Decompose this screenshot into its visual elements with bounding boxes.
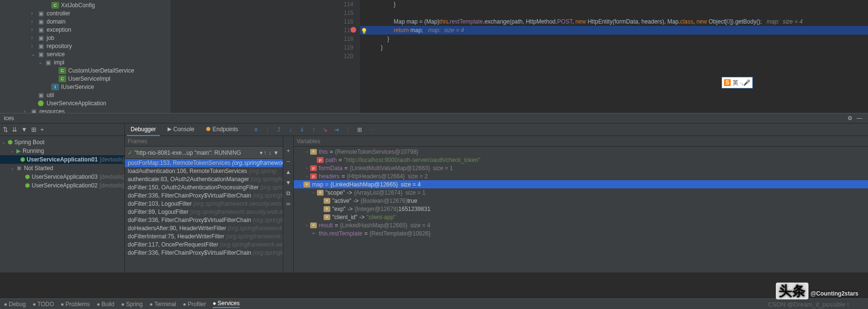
variable-row[interactable]: ≡"exp" -> {Integer@12678} 1651239831 bbox=[294, 205, 868, 213]
code-area[interactable]: } Map map = (Map)this.restTemplate.excha… bbox=[360, 0, 868, 113]
tab-debugger[interactable]: Debugger bbox=[127, 124, 160, 136]
add-watch-icon[interactable]: + bbox=[287, 148, 290, 154]
tab-console[interactable]: ▶Console bbox=[164, 124, 198, 136]
service-item-userserviceapplication01[interactable]: ⬢UserServiceApplication01[devtools] bbox=[0, 155, 124, 164]
step-into-icon[interactable]: ↓ bbox=[286, 126, 295, 133]
ime-indicator[interactable]: S英 ·, 🎤 bbox=[722, 77, 753, 88]
toolwindow-profiler[interactable]: ● Profiler bbox=[183, 301, 206, 308]
expand-arrow-icon[interactable]: › bbox=[303, 174, 310, 179]
toolwindow-build[interactable]: ● Build bbox=[96, 301, 114, 308]
line-number[interactable]: 116 bbox=[170, 17, 353, 26]
line-number[interactable]: 119 bbox=[170, 43, 353, 52]
expand-arrow-icon[interactable]: ⌄ bbox=[38, 60, 44, 65]
expand-arrow-icon[interactable]: ⌄ bbox=[11, 166, 16, 171]
dropdown-icon[interactable]: ▾ bbox=[260, 149, 263, 156]
line-number[interactable]: 120 bbox=[170, 52, 353, 61]
up-icon[interactable]: ▲ bbox=[286, 169, 291, 175]
stack-frame[interactable]: doFilter:89, LogoutFilter (org.springfra… bbox=[125, 208, 283, 216]
remove-watch-icon[interactable]: − bbox=[287, 158, 290, 165]
expand-arrow-icon[interactable]: ⌄ bbox=[2, 140, 8, 145]
variable-row[interactable]: ∞this.restTemplate = {RestTemplate@10826… bbox=[294, 229, 868, 237]
down-icon[interactable]: ▼ bbox=[286, 179, 291, 186]
tree-item-domain[interactable]: ›▣domain bbox=[0, 17, 170, 25]
stack-frame[interactable]: doFilter:336, FilterChainProxy$VirtualFi… bbox=[125, 216, 283, 224]
expand-arrow-icon[interactable]: › bbox=[303, 166, 310, 171]
tree-item-iuserservice[interactable]: IIUserService bbox=[0, 83, 170, 91]
stack-frame[interactable]: doFilter:103, LogoutFilter (org.springfr… bbox=[125, 200, 283, 208]
stack-frame[interactable]: loadAuthentication:106, RemoteTokenServi… bbox=[125, 167, 283, 175]
line-number[interactable]: 114 bbox=[170, 0, 353, 9]
variable-row[interactable]: ppath = "http://localhost:9000/auth-serv… bbox=[294, 156, 868, 164]
variables-panel[interactable]: Variables ›≡this = {RemoteTokenServices@… bbox=[294, 136, 868, 272]
tree-item-controller[interactable]: ›▣controller bbox=[0, 9, 170, 17]
variable-row[interactable]: ›pheaders = {HttpHeaders@12664}size = 2 bbox=[294, 172, 868, 180]
services-panel[interactable]: ⇅ ⇊ ▼ ⊞ + ⌄⬢Spring Boot⌄▶Running⬢UserSer… bbox=[0, 124, 125, 272]
prev-frame-icon[interactable]: ↑ bbox=[264, 149, 266, 156]
expand-icon[interactable]: ⇅ bbox=[3, 126, 8, 133]
tree-item-util[interactable]: ▣util bbox=[0, 91, 170, 99]
services-toolbar[interactable]: ⇅ ⇊ ▼ ⊞ + bbox=[0, 124, 124, 136]
debugger-tabs[interactable]: Debugger ▶Console ⬢Endpoints ≡ | ⤴ ↓ ⇓ ↑… bbox=[125, 124, 868, 136]
expand-arrow-icon[interactable]: › bbox=[31, 11, 37, 16]
evaluate-icon[interactable]: ⇥ bbox=[332, 126, 341, 133]
service-item-userserviceapplication03[interactable]: ⬢UserServiceApplication03[devtools] bbox=[0, 173, 124, 181]
tree-item-job[interactable]: ›▣job bbox=[0, 34, 170, 42]
variable-row[interactable]: ›pformData = {LinkedMultiValueMap@12663}… bbox=[294, 164, 868, 172]
stack-frame[interactable]: doFilter:336, FilterChainProxy$VirtualFi… bbox=[125, 192, 283, 200]
bottom-toolbar[interactable]: ● Debug● TODO● Problems● Build● Spring● … bbox=[0, 298, 868, 309]
expand-arrow-icon[interactable]: › bbox=[303, 223, 310, 228]
breakpoint-icon[interactable] bbox=[350, 27, 356, 33]
expand-arrow-icon[interactable]: › bbox=[24, 109, 30, 113]
tree-item-impl[interactable]: ⌄▣impl bbox=[0, 58, 170, 66]
filter-frames-icon[interactable]: ▼ bbox=[273, 149, 279, 156]
toolwindow-services[interactable]: ● Services bbox=[213, 300, 240, 308]
collapse-icon[interactable]: ⇊ bbox=[12, 126, 17, 133]
stack-frame[interactable]: doFilter:150, OAuth2AuthenticationProces… bbox=[125, 184, 283, 192]
service-item-running[interactable]: ⌄▶Running bbox=[0, 147, 124, 155]
stack-frame[interactable]: doHeadersAfter:90, HeaderWriterFilter (o… bbox=[125, 224, 283, 233]
stack-frame[interactable]: authenticate:83, OAuth2AuthenticationMan… bbox=[125, 175, 283, 184]
step-over-icon[interactable]: ⤴ bbox=[275, 126, 283, 133]
code-editor[interactable]: 114115116117💡118119120 } Map map = (Map)… bbox=[170, 0, 868, 113]
tree-item-userserviceimpl[interactable]: CUserServiceImpl bbox=[0, 74, 170, 83]
expand-arrow-icon[interactable]: › bbox=[303, 149, 310, 154]
copy-icon[interactable]: ⧉ bbox=[286, 190, 290, 197]
variable-row[interactable]: ⌄≡map = {LinkedHashMap@12665}size = 4 bbox=[294, 180, 868, 188]
thread-selector[interactable]: ✓ "http-nio-8081-exe...up "main": RUNNIN… bbox=[125, 147, 283, 159]
threads-icon[interactable]: ≡ bbox=[252, 126, 260, 133]
frames-panel[interactable]: Frames ✓ "http-nio-8081-exe...up "main":… bbox=[125, 136, 283, 272]
variable-row[interactable]: ›≡this = {RemoteTokenServices@10798} bbox=[294, 148, 868, 156]
toolwindow-debug[interactable]: ● Debug bbox=[4, 301, 26, 308]
toolwindow-terminal[interactable]: ● Terminal bbox=[149, 301, 176, 308]
calculator-icon[interactable]: ⊞ bbox=[355, 126, 364, 133]
variable-row[interactable]: ›≡"scope" -> {ArrayList@12674}size = 1 bbox=[294, 188, 868, 197]
line-number[interactable]: 115 bbox=[170, 9, 353, 17]
tree-item-userserviceapplication[interactable]: UserServiceApplication bbox=[0, 99, 170, 107]
minimize-icon[interactable]: — bbox=[855, 115, 864, 122]
tree-item-repository[interactable]: ›▣repository bbox=[0, 42, 170, 50]
tree-item-xxljobconfig[interactable]: CXxlJobConfig bbox=[0, 1, 170, 9]
mic-icon[interactable]: 🎤 bbox=[743, 79, 750, 86]
tree-item-exception[interactable]: ›▣exception bbox=[0, 25, 170, 34]
tree-item-resources[interactable]: ›▣resources bbox=[0, 107, 170, 113]
expand-arrow-icon[interactable]: ⌄ bbox=[31, 51, 37, 57]
project-tree[interactable]: CXxlJobConfig›▣controller›▣domain›▣excep… bbox=[0, 0, 170, 113]
stack-frame[interactable]: doFilter:117, OncePerRequestFilter (org.… bbox=[125, 241, 283, 249]
glasses-icon[interactable]: ∞ bbox=[286, 200, 290, 207]
expand-arrow-icon[interactable]: › bbox=[31, 43, 37, 49]
toolwindow-todo[interactable]: ● TODO bbox=[33, 301, 54, 308]
stack-frame[interactable]: doFilter:336, FilterChainProxy$VirtualFi… bbox=[125, 249, 283, 257]
stack-frame[interactable]: doFilterInternal:75, HeaderWriterFilter … bbox=[125, 233, 283, 241]
service-item-userserviceapplication02[interactable]: ⬢UserServiceApplication02[devtools] bbox=[0, 181, 124, 190]
more-icon[interactable]: ⋯ bbox=[367, 126, 375, 133]
expand-arrow-icon[interactable]: › bbox=[31, 35, 37, 40]
expand-arrow-icon[interactable]: ⌄ bbox=[297, 182, 303, 187]
filter-icon[interactable]: ▼ bbox=[21, 126, 27, 133]
vars-toolbar[interactable]: + − ▲ ▼ ⧉ ∞ bbox=[283, 136, 294, 272]
service-item-not-started[interactable]: ⌄⏹Not Started bbox=[0, 164, 124, 173]
line-number[interactable]: 117💡 bbox=[170, 26, 353, 35]
toolwindow-spring[interactable]: ● Spring bbox=[121, 301, 143, 308]
variable-row[interactable]: ›≡result = {LinkedHashMap@12665}size = 4 bbox=[294, 221, 868, 229]
stack-frame[interactable]: postForMap:153, RemoteTokenServices (org… bbox=[125, 159, 283, 167]
intention-bulb-icon[interactable]: 💡 bbox=[361, 27, 368, 36]
